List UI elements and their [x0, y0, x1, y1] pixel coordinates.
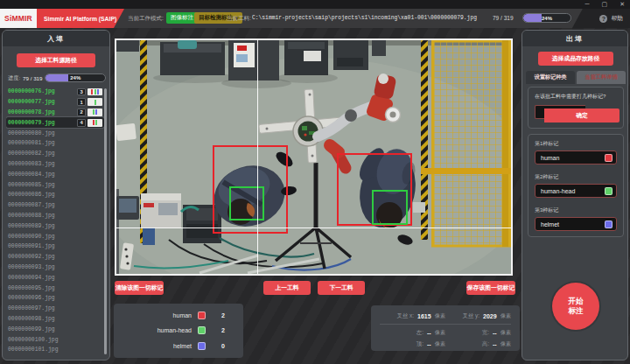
file-list-item[interactable]: 0000000086.jpg [6, 190, 104, 200]
file-list-item[interactable]: 0000000089.jpg [6, 220, 104, 231]
file-list-item[interactable]: 0000000082.jpg [6, 149, 104, 159]
file-name: 0000000079.jpg [8, 120, 75, 126]
file-list-item[interactable]: 0000000085.jpg [6, 179, 104, 190]
file-list-item[interactable]: 0000000093.jpg [6, 262, 104, 273]
help-icon[interactable]: ? [599, 15, 607, 23]
start-annotation-button[interactable]: 开始 标注 [552, 283, 599, 330]
crosshair-y-label: 叉丝 y: [463, 312, 480, 320]
app-logo: SiMMIR [0, 9, 37, 28]
file-list-item[interactable]: 0000000097.jpg [6, 304, 104, 314]
file-name: 0000000087.jpg [8, 202, 102, 208]
file-list-item[interactable]: 0000000098.jpg [6, 314, 104, 325]
file-list-item[interactable]: 0000000094.jpg [6, 272, 104, 283]
file-list-item[interactable]: 0000000077.jpg1 [6, 97, 104, 108]
save-all-marks-button[interactable]: 保存该图一切标记 [466, 281, 515, 295]
work-mode-label: 当前工作模式: [128, 15, 164, 23]
label-name-input[interactable]: human [535, 150, 617, 164]
file-list-item[interactable]: 0000000084.jpg [6, 169, 104, 179]
file-list-item[interactable]: 0000000088.jpg [6, 211, 104, 221]
file-list-item[interactable]: 0000000092.jpg [6, 252, 104, 262]
workshop-photo [116, 40, 511, 274]
label-name-input[interactable]: helmet [535, 217, 617, 231]
legend-color-chip[interactable] [198, 326, 206, 334]
box-top-value: -- [427, 341, 431, 347]
close-icon[interactable]: ✕ [620, 0, 625, 9]
file-list-item[interactable]: 0000000081.jpg [6, 138, 104, 149]
legend-color-chip[interactable] [198, 342, 206, 350]
box-height-value: -- [493, 341, 497, 347]
file-list-item[interactable]: 00000000101.jpg [6, 345, 104, 355]
maximize-icon[interactable]: ▢ [602, 0, 608, 9]
next-item-button[interactable]: 下一工料 [318, 281, 365, 295]
confirm-button[interactable]: 确定 [544, 108, 620, 122]
label-group: 第3种标记helmet [535, 206, 617, 231]
legend-class-label: human [173, 312, 192, 318]
file-list-item[interactable]: 0000000091.jpg [6, 242, 104, 252]
file-name: 0000000090.jpg [8, 234, 102, 240]
file-name: 0000000076.jpg [8, 88, 75, 94]
file-class-color-bars [88, 98, 102, 106]
label-group: 第1种标记human [535, 140, 617, 164]
label-index-title: 第1种标记 [535, 140, 617, 148]
crosshair-vertical-line [257, 40, 258, 274]
file-list-item[interactable]: 0000000080.jpg [6, 128, 104, 138]
file-list-item[interactable]: 0000000096.jpg [6, 293, 104, 304]
clear-all-marks-button[interactable]: 清除该图一切标记 [115, 281, 164, 295]
file-list-item[interactable]: 0000000083.jpg [6, 159, 104, 170]
class-legend: human2human-head2helmet0 [114, 304, 243, 358]
file-name: 0000000078.jpg [8, 109, 75, 116]
crosshair-horizontal-line [116, 228, 511, 228]
select-source-path-button[interactable]: 选择工料源路径 [17, 53, 95, 67]
file-list-item[interactable]: 0000000078.jpg2 [6, 108, 104, 118]
file-name: 0000000096.jpg [8, 295, 102, 301]
app-toolbar: SiMMIR Simmir AI Platform (SAIP) 当前工作模式:… [0, 9, 630, 28]
current-file-path: C:\simmir-projects\saip\projects\s1\inco… [252, 15, 490, 21]
label-name-input[interactable]: human-head [535, 184, 617, 198]
right-panel-tabs: 设置标记种类当前工料详情 [526, 71, 626, 84]
file-list-item[interactable]: 0000000087.jpg [6, 200, 104, 211]
box-top-label: 顶: [416, 340, 424, 348]
label-color-chip[interactable] [605, 187, 612, 195]
label-color-chip[interactable] [605, 154, 612, 162]
file-name: 0000000082.jpg [8, 150, 102, 157]
minimize-icon[interactable]: ─ [585, 0, 590, 9]
box-left-value: -- [427, 330, 431, 336]
file-list-item[interactable]: 00000000100.jpg [6, 334, 104, 345]
app-title-banner: Simmir AI Platform (SAIP) [37, 9, 124, 28]
bbox-human-head[interactable] [372, 190, 408, 225]
crosshair-x-label: 叉丝 x: [397, 312, 415, 320]
file-list-item[interactable]: 0000000079.jpg4 [6, 117, 104, 128]
file-list: 0000000076.jpg30000000077.jpg10000000078… [6, 87, 104, 356]
image-viewer[interactable] [115, 38, 513, 276]
previous-item-button[interactable]: 上一工料 [263, 281, 311, 295]
file-list-item[interactable]: 0000000095.jpg [6, 283, 104, 293]
label-count-box: 在该批工料中需要打几种标记? 3 确定 [528, 87, 624, 129]
file-name: 00000000101.jpg [8, 346, 102, 353]
file-name: 0000000098.jpg [8, 316, 102, 322]
tab-set-label-types[interactable]: 设置标记种类 [526, 71, 575, 84]
label-color-chip[interactable] [605, 220, 612, 228]
file-name: 0000000086.jpg [8, 192, 102, 198]
file-name: 0000000084.jpg [8, 172, 102, 178]
label-name-value: helmet [541, 221, 605, 228]
file-name: 0000000077.jpg [8, 99, 75, 105]
left-progress-percent: 24% [46, 74, 105, 81]
help-zone: ? 帮助 [572, 9, 630, 28]
coordinate-stats-panel: 叉丝 x: 1615 像素 叉丝 y: 2029 像素 左: -- 像素 宽: … [371, 305, 520, 351]
legend-class-count: 2 [212, 327, 234, 333]
file-list-item[interactable]: 0000000099.jpg [6, 324, 104, 334]
crosshair-y-value: 2029 [483, 313, 497, 319]
file-list-item[interactable]: 0000000090.jpg [6, 231, 104, 242]
legend-color-chip[interactable] [198, 312, 206, 319]
file-list-item[interactable]: 0000000076.jpg3 [6, 87, 104, 97]
help-button[interactable]: 帮助 [611, 14, 623, 23]
file-list-scrollbar[interactable] [104, 88, 107, 354]
tab-current-item-details[interactable]: 当前工料详情 [577, 71, 626, 84]
file-name: 0000000081.jpg [8, 140, 102, 146]
select-output-path-button[interactable]: 选择成品存放路径 [538, 52, 613, 66]
current-file-label: 当前工料: [227, 15, 251, 23]
file-name: 0000000085.jpg [8, 182, 102, 188]
file-mark-count-badge: 4 [77, 119, 86, 127]
bbox-human-head[interactable] [229, 186, 264, 220]
file-class-color-bars [88, 88, 102, 96]
